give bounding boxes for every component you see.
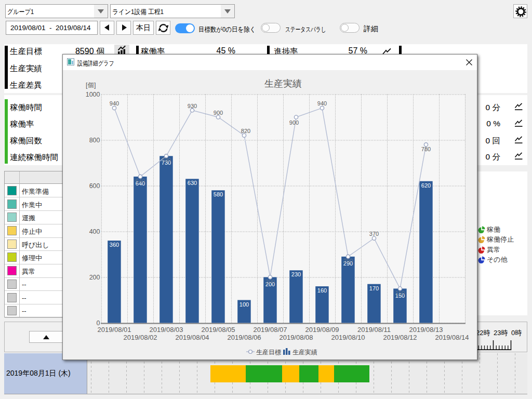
svg-text:2019/08/11: 2019/08/11 <box>357 326 391 334</box>
svg-text:630: 630 <box>188 180 197 186</box>
svg-text:160: 160 <box>317 287 327 294</box>
svg-text:230: 230 <box>291 271 301 277</box>
svg-text:900: 900 <box>289 119 299 126</box>
svg-text:2019/08/13: 2019/08/13 <box>409 326 443 334</box>
svg-text:940: 940 <box>110 100 119 107</box>
svg-text:2019/08/08: 2019/08/08 <box>279 334 313 341</box>
svg-text:2019/08/02: 2019/08/02 <box>123 334 157 341</box>
svg-text:600: 600 <box>89 182 100 190</box>
svg-text:370: 370 <box>369 231 379 237</box>
svg-text:生産実績: 生産実績 <box>264 78 302 89</box>
svg-text:2019/08/07: 2019/08/07 <box>253 326 287 334</box>
svg-text:780: 780 <box>421 146 431 152</box>
svg-text:1000: 1000 <box>86 91 100 98</box>
svg-text:640: 640 <box>136 178 145 184</box>
svg-text:170: 170 <box>369 285 379 291</box>
svg-text:2019/08/12: 2019/08/12 <box>383 334 417 341</box>
svg-text:2019/08/10: 2019/08/10 <box>331 334 365 341</box>
svg-text:730: 730 <box>162 157 171 163</box>
svg-text:2019/08/09: 2019/08/09 <box>305 326 339 334</box>
svg-text:900: 900 <box>214 110 223 116</box>
svg-text:290: 290 <box>343 258 353 264</box>
svg-text:150: 150 <box>395 290 405 296</box>
svg-text:930: 930 <box>188 103 197 109</box>
svg-text:2019/08/05: 2019/08/05 <box>201 326 235 334</box>
svg-text:[個]: [個] <box>86 82 96 89</box>
svg-text:820: 820 <box>241 128 250 134</box>
svg-text:800: 800 <box>89 137 100 144</box>
svg-text:2019/08/06: 2019/08/06 <box>227 334 261 341</box>
svg-text:940: 940 <box>317 100 327 107</box>
svg-text:生産目標: 生産目標 <box>256 349 281 356</box>
svg-text:生産実績: 生産実績 <box>292 349 317 356</box>
svg-text:620: 620 <box>421 182 431 189</box>
svg-text:100: 100 <box>240 301 249 308</box>
svg-text:200: 200 <box>89 274 100 281</box>
svg-text:2019/08/14: 2019/08/14 <box>435 334 469 341</box>
svg-text:2019/08/04: 2019/08/04 <box>175 334 209 341</box>
svg-text:2019/08/03: 2019/08/03 <box>149 326 183 334</box>
svg-text:400: 400 <box>89 228 100 235</box>
svg-text:580: 580 <box>214 191 223 197</box>
svg-text:360: 360 <box>110 242 119 248</box>
svg-text:200: 200 <box>265 278 275 285</box>
svg-text:2019/08/01: 2019/08/01 <box>97 326 131 334</box>
